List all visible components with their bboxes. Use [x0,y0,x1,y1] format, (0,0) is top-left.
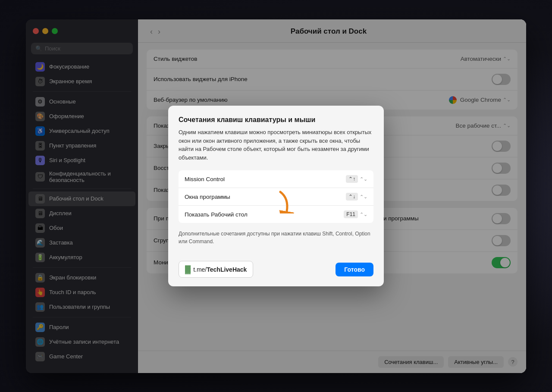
modal-title: Сочетания клавиш клавиатуры и мыши [179,116,373,124]
mission-control-key: ⌃↑ [346,175,358,183]
mission-control-value: ⌃↑ ⌃⌄ [346,175,367,183]
watermark-text: t.me/TechLiveHack [193,266,247,273]
modal-note: Дополнительные сочетания доступны при на… [179,225,373,249]
mac-window: 🔍 Поиск 🌙 Фокусирование ⏱ Экранное время… [26,19,526,373]
app-windows-stepper[interactable]: ⌃⌄ [360,194,367,200]
modal-description: Одним нажатием клавиши можно просмотреть… [179,128,373,162]
app-windows-key: ⌃↓ [346,193,358,201]
done-button[interactable]: Готово [336,263,373,276]
show-desktop-stepper[interactable]: ⌃⌄ [360,212,367,217]
show-desktop-value: F11 ⌃⌄ [344,210,367,218]
modal-body: Сочетания клавиш клавиатуры и мыши Одним… [168,106,384,256]
app-windows-value: ⌃↓ ⌃⌄ [346,193,367,201]
modal-row-app-windows: Окна программы ⌃↓ ⌃⌄ [179,188,373,206]
mission-control-stepper[interactable]: ⌃⌄ [360,176,367,182]
watermark: ▓ t.me/TechLiveHack [179,261,253,278]
watermark-logo-icon: ▓ [185,265,191,274]
modal: Сочетания клавиш клавиатуры и мыши Одним… [168,106,384,286]
modal-overlay: Сочетания клавиш клавиатуры и мыши Одним… [26,19,526,373]
app-windows-label: Окна программы [185,194,346,200]
modal-shortcuts-section: Mission Control ⌃↑ ⌃⌄ Окна программы ⌃↓ … [179,170,373,223]
modal-footer: ▓ t.me/TechLiveHack Готово [168,256,384,286]
show-desktop-key: F11 [344,210,358,218]
modal-row-mission-control: Mission Control ⌃↑ ⌃⌄ [179,170,373,188]
mission-control-label: Mission Control [185,176,346,182]
show-desktop-label: Показать Рабочий стол [185,211,344,218]
modal-row-show-desktop: Показать Рабочий стол F11 ⌃⌄ [179,206,373,223]
